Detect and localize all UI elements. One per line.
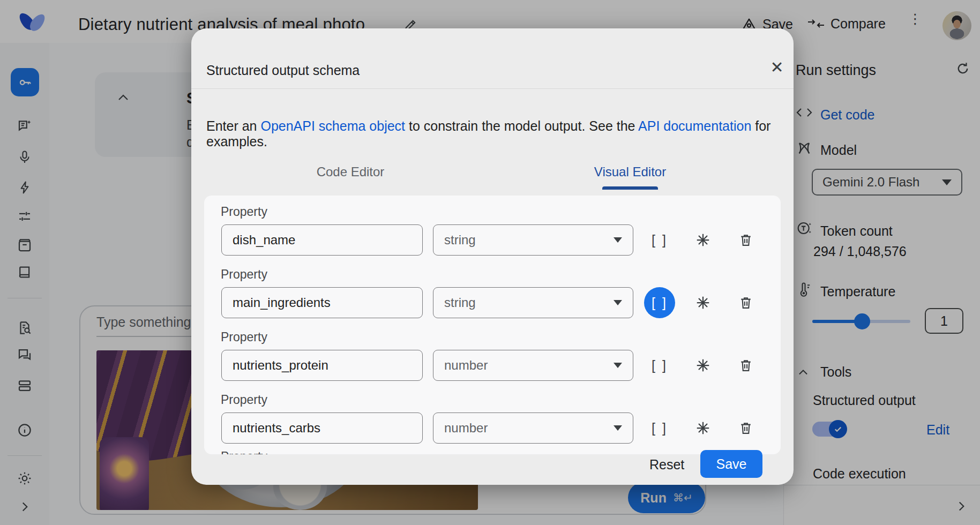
property-label: Property (221, 267, 267, 282)
tab-visual-editor[interactable]: Visual Editor (550, 164, 710, 179)
property-name-input[interactable] (221, 287, 423, 318)
property-label: Property (221, 330, 267, 344)
required-toggle-icon[interactable] (692, 229, 714, 251)
property-type-select[interactable]: number (433, 350, 633, 381)
app-window: Dietary nutrient analysis of meal photo … (0, 0, 980, 525)
property-name-input[interactable] (221, 350, 423, 381)
delete-property-icon[interactable] (735, 355, 757, 376)
delete-property-icon[interactable] (735, 292, 757, 313)
delete-property-icon[interactable] (735, 229, 757, 251)
reset-button[interactable]: Reset (649, 457, 684, 472)
schema-properties-panel: Property string [ ] Property string [ ] … (204, 196, 781, 454)
structured-output-modal: Structured output schema ✕ Enter an Open… (191, 28, 794, 485)
property-label: Property (221, 205, 267, 219)
chevron-down-icon (614, 363, 622, 368)
property-label-partial: Property (221, 449, 267, 454)
property-type-select[interactable]: string (433, 287, 633, 318)
property-name-input[interactable] (221, 224, 423, 256)
modal-description: Enter an OpenAPI schema object to constr… (206, 118, 794, 149)
active-tab-underline (602, 186, 658, 190)
array-toggle-button[interactable]: [ ] (644, 350, 675, 381)
array-toggle-button[interactable]: [ ] (644, 412, 675, 444)
delete-property-icon[interactable] (735, 417, 757, 439)
property-name-input[interactable] (221, 412, 423, 444)
required-toggle-icon[interactable] (692, 355, 714, 376)
modal-header-divider (191, 88, 794, 89)
modal-save-button[interactable]: Save (700, 450, 762, 478)
array-toggle-button-active[interactable]: [ ] (644, 287, 675, 318)
property-label: Property (221, 393, 267, 407)
property-type-select[interactable]: number (433, 412, 633, 444)
chevron-down-icon (614, 300, 622, 305)
property-type-select[interactable]: string (433, 224, 633, 256)
array-toggle-button[interactable]: [ ] (644, 224, 675, 256)
openapi-schema-link[interactable]: OpenAPI schema object (260, 118, 405, 133)
required-toggle-icon[interactable] (692, 417, 714, 439)
required-toggle-icon[interactable] (692, 292, 714, 313)
close-icon[interactable]: ✕ (769, 59, 785, 76)
chevron-down-icon (614, 425, 622, 431)
tab-code-editor[interactable]: Code Editor (270, 164, 431, 179)
chevron-down-icon (614, 237, 622, 243)
api-documentation-link[interactable]: API documentation (638, 118, 751, 133)
modal-title: Structured output schema (206, 63, 360, 78)
